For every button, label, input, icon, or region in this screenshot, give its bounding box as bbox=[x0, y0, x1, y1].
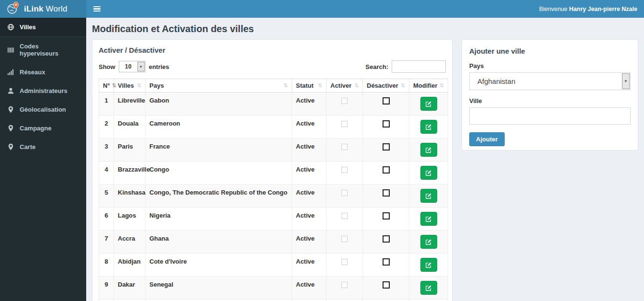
activer-checkbox bbox=[341, 121, 348, 127]
row-pays: Senegal bbox=[146, 277, 292, 300]
modifier-button[interactable] bbox=[420, 143, 437, 157]
ajouter-button[interactable]: Ajouter bbox=[469, 132, 505, 146]
sidebar-item-administrateurs[interactable]: Administrateurs bbox=[0, 81, 86, 100]
column-header-statut[interactable]: Statut⇅ bbox=[292, 79, 327, 93]
desactiver-checkbox[interactable] bbox=[383, 120, 390, 127]
svg-text:$: $ bbox=[15, 3, 17, 6]
modifier-button[interactable] bbox=[420, 189, 437, 203]
row-pays: France bbox=[146, 139, 292, 162]
row-ville: Dakar bbox=[114, 277, 146, 300]
row-statut: Active bbox=[292, 185, 327, 208]
row-pays: Congo bbox=[146, 162, 292, 185]
table-row: 1 Libreville Gabon Active bbox=[99, 93, 448, 116]
modifier-button[interactable] bbox=[420, 212, 437, 226]
column-header-num[interactable]: N°⇅ bbox=[99, 79, 114, 93]
row-statut: Active bbox=[292, 93, 327, 116]
modifier-button[interactable] bbox=[420, 258, 437, 272]
column-header-pays[interactable]: Pays⇅ bbox=[146, 79, 292, 93]
activer-checkbox bbox=[341, 282, 348, 288]
desactiver-checkbox[interactable] bbox=[383, 281, 390, 289]
signal-bars-icon bbox=[7, 69, 14, 76]
column-header-activer[interactable]: Activer⇅ bbox=[327, 79, 363, 93]
globe-icon bbox=[7, 23, 14, 31]
row-num: 5 bbox=[99, 185, 114, 208]
welcome-message: Bienvenue Hanry Jean-pierre Nzale bbox=[539, 6, 644, 12]
sidebar-toggle-button[interactable] bbox=[86, 0, 107, 18]
sidebar-item-reseaux[interactable]: Réseaux bbox=[0, 63, 86, 81]
entries-select[interactable]: 10 bbox=[119, 61, 146, 72]
pays-select[interactable]: Afghanistan bbox=[469, 72, 631, 90]
table-row: 2 Douala Cameroon Active bbox=[99, 116, 448, 139]
brand-title: iLink World bbox=[24, 4, 68, 14]
modifier-button[interactable] bbox=[420, 281, 437, 295]
row-ville: Paris bbox=[114, 139, 146, 162]
add-panel-title: Ajouter une ville bbox=[469, 47, 631, 55]
row-num: 10 bbox=[99, 300, 114, 301]
table-row: 7 Accra Ghana Active bbox=[99, 231, 448, 254]
modifier-button[interactable] bbox=[420, 120, 437, 134]
row-ville: Abidjan bbox=[114, 254, 146, 277]
sidebar: Villes Codes hyperviseurs Réseaux Admini… bbox=[0, 18, 86, 301]
map-marker-icon bbox=[7, 106, 14, 113]
sort-icon: ⇅ bbox=[283, 82, 288, 89]
table-row: 8 Abidjan Cote d'Ivoire Active bbox=[99, 254, 448, 277]
activer-checkbox bbox=[341, 213, 348, 219]
search-input[interactable] bbox=[392, 60, 446, 73]
villes-table-panel: Activer / Désactiver Show 10 ▼ entries S… bbox=[92, 39, 452, 301]
map-marker-icon bbox=[7, 143, 14, 150]
ville-input[interactable] bbox=[469, 107, 631, 125]
barcode-icon bbox=[7, 46, 14, 54]
table-row: 4 Brazzaville Congo Active bbox=[99, 162, 448, 185]
desactiver-checkbox[interactable] bbox=[383, 97, 390, 104]
row-num: 2 bbox=[99, 116, 114, 139]
desactiver-checkbox[interactable] bbox=[383, 258, 390, 266]
globe-pin-brand-icon: $ bbox=[6, 1, 20, 17]
desactiver-checkbox[interactable] bbox=[383, 166, 390, 174]
row-pays: Congo, The Democratic Republic of the Co… bbox=[146, 185, 292, 208]
desactiver-checkbox[interactable] bbox=[383, 212, 390, 220]
row-ville: Lagos bbox=[114, 208, 146, 231]
row-statut: Active bbox=[292, 162, 327, 185]
activer-checkbox bbox=[341, 236, 348, 242]
sort-icon: ⇅ bbox=[112, 82, 116, 89]
sidebar-item-carte[interactable]: Carte bbox=[0, 138, 86, 156]
row-statut: Active bbox=[292, 116, 327, 139]
row-num: 8 bbox=[99, 254, 114, 277]
sort-icon: ⇅ bbox=[354, 82, 359, 89]
sidebar-item-villes[interactable]: Villes bbox=[0, 18, 86, 37]
top-navbar: Bienvenue Hanry Jean-pierre Nzale bbox=[86, 0, 644, 18]
row-pays: Gabon bbox=[146, 93, 292, 116]
row-num: 9 bbox=[99, 277, 114, 300]
row-pays: Cote d'Ivoire bbox=[146, 254, 292, 277]
content-area: Modification et Activation des villes Ac… bbox=[86, 18, 644, 301]
villes-table: N°⇅ Villes⇅ Pays⇅ Statut⇅ Activer⇅ Désac… bbox=[99, 79, 448, 301]
row-statut: Active bbox=[292, 139, 327, 162]
desactiver-checkbox[interactable] bbox=[383, 235, 390, 243]
modifier-button[interactable] bbox=[420, 166, 437, 180]
modifier-button[interactable] bbox=[420, 97, 437, 111]
row-num: 1 bbox=[99, 93, 114, 116]
row-ville: Brazzaville bbox=[114, 162, 146, 185]
row-ville: Libreville bbox=[114, 93, 146, 116]
sidebar-item-codes-hyperviseurs[interactable]: Codes hyperviseurs bbox=[0, 37, 86, 63]
row-statut: Active bbox=[292, 231, 327, 254]
app-logo[interactable]: $ iLink World bbox=[0, 0, 86, 18]
row-ville: Bamako bbox=[114, 300, 146, 301]
user-icon bbox=[7, 87, 14, 94]
desactiver-checkbox[interactable] bbox=[383, 143, 390, 150]
search-label: Search: bbox=[365, 63, 388, 70]
column-header-villes[interactable]: Villes⇅ bbox=[114, 79, 146, 93]
row-statut: Active bbox=[292, 254, 327, 277]
desactiver-checkbox[interactable] bbox=[383, 189, 390, 197]
activer-checkbox bbox=[341, 144, 348, 150]
pays-label: Pays bbox=[469, 62, 631, 69]
sidebar-item-campagne[interactable]: Campagne bbox=[0, 119, 86, 138]
column-header-desactiver[interactable]: Désactiver⇅ bbox=[363, 79, 409, 93]
column-header-modifier[interactable]: Modifier⇅ bbox=[409, 79, 448, 93]
modifier-button[interactable] bbox=[420, 235, 437, 249]
row-ville: Accra bbox=[114, 231, 146, 254]
row-ville: Kinshasa bbox=[114, 185, 146, 208]
sidebar-item-geolocalisation[interactable]: Géolocalisation bbox=[0, 100, 86, 119]
row-num: 7 bbox=[99, 231, 114, 254]
sort-icon: ⇅ bbox=[318, 82, 322, 89]
